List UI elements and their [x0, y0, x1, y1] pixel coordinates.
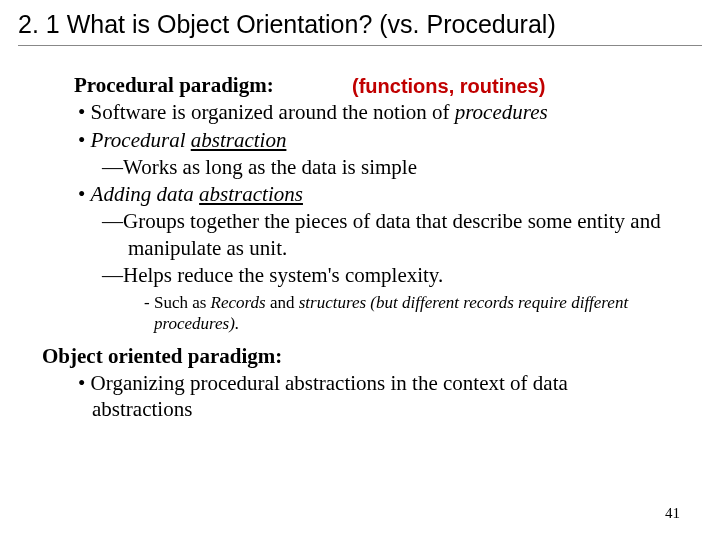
proc-b2-dash1: Works as long as the data is simple — [74, 154, 672, 180]
proc-b1-em: procedures — [455, 100, 548, 124]
proc-b3-dash1: Groups together the pieces of data that … — [74, 208, 672, 261]
proc-b2-em1: Procedural — [91, 128, 191, 152]
proc-bullet-3: Adding data abstractions — [74, 181, 672, 207]
oo-bullet-1: Organizing procedural abstractions in th… — [74, 370, 672, 423]
page-number: 41 — [665, 505, 680, 522]
proc-bullet-1: Software is organized around the notion … — [74, 99, 672, 125]
procedural-heading-row: Procedural paradigm: (functions, routine… — [74, 72, 672, 98]
proc-b3-dash2: Helps reduce the system's complexity. — [74, 262, 672, 288]
sub-mid: and — [266, 293, 299, 312]
slide-body: Procedural paradigm: (functions, routine… — [18, 72, 702, 422]
slide-content: 2. 1 What is Object Orientation? (vs. Pr… — [0, 0, 720, 540]
proc-b3-em1: Adding data — [91, 182, 200, 206]
proc-b3-em2: abstractions — [199, 182, 303, 206]
proc-bullet-2: Procedural abstraction — [74, 127, 672, 153]
oo-heading: Object oriented paradigm: — [42, 343, 672, 369]
slide-title: 2. 1 What is Object Orientation? (vs. Pr… — [18, 10, 702, 46]
functions-annotation: (functions, routines) — [352, 74, 545, 99]
proc-b2-em2: abstraction — [191, 128, 287, 152]
sub-pre: Such as — [154, 293, 211, 312]
sub-structures: structures — [299, 293, 366, 312]
sub-records: Records — [211, 293, 266, 312]
proc-b1-text: Software is organized around the notion … — [91, 100, 455, 124]
procedural-heading: Procedural paradigm: — [74, 73, 274, 97]
proc-subnote: Such as Records and structures (but diff… — [74, 292, 672, 335]
